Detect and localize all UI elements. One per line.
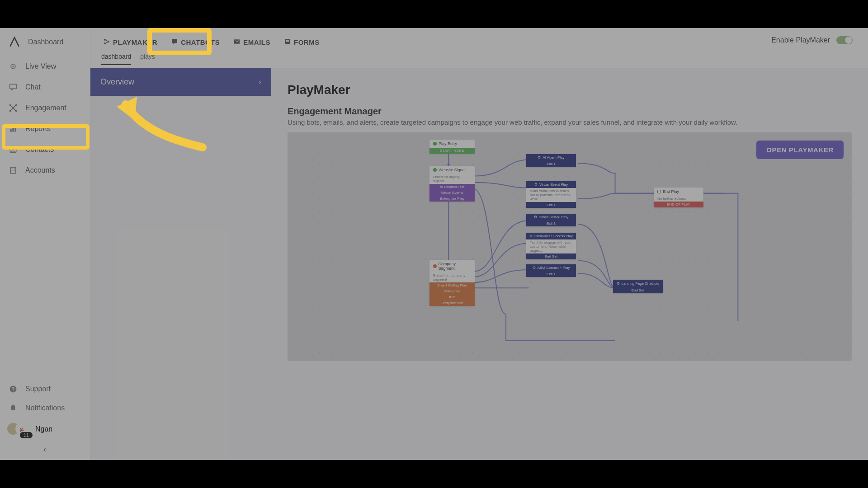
svg-rect-25 (286, 40, 289, 41)
sidebar-user[interactable]: g. 11 Ngan (0, 418, 90, 441)
sidebar-item-dashboard[interactable]: Dashboard (0, 28, 90, 56)
collapse-sidebar-button[interactable]: ‹ (0, 441, 90, 460)
page-subtitle: Engagement Manager (288, 106, 852, 117)
chat-icon (8, 82, 18, 92)
svg-point-1 (12, 66, 14, 67)
svg-rect-13 (12, 169, 13, 169)
svg-rect-26 (286, 41, 289, 42)
svg-rect-15 (12, 170, 13, 171)
tab-forms[interactable]: FORMS (282, 34, 321, 50)
logo-icon (8, 36, 21, 48)
sidebar-item-label: Engagement (25, 104, 66, 112)
node-abm-contact[interactable]: ⚙ABM Contact + Play Exit 1 (526, 264, 576, 277)
enable-playmaker-label: Enable PlayMaker (771, 36, 830, 44)
sidebar-support-label: Support (25, 385, 51, 393)
highlight-chatbots (147, 28, 212, 55)
eye-icon (8, 61, 18, 71)
node-ai-agent[interactable]: ⚙AI Agent Play Exit 1 (526, 154, 576, 167)
chevron-right-icon: › (259, 77, 261, 87)
sidebar-item-label: Dashboard (28, 38, 63, 46)
svg-rect-14 (14, 169, 15, 169)
sidebar: Dashboard Live View Chat Engagement Repo… (0, 28, 90, 460)
svg-rect-16 (14, 170, 15, 171)
svg-point-5 (15, 104, 17, 106)
svg-rect-23 (234, 39, 240, 43)
sidebar-notifications-label: Notifications (25, 404, 65, 412)
svg-rect-2 (10, 84, 17, 89)
form-icon (284, 38, 291, 47)
tab-emails[interactable]: EMAILS (231, 34, 272, 50)
chevron-left-icon: ‹ (44, 446, 46, 453)
annotation-arrow-icon (112, 89, 207, 156)
notification-badge: 11 (19, 431, 33, 439)
enable-playmaker-toggle[interactable] (836, 36, 853, 44)
tab-label: FORMS (294, 38, 320, 46)
page-content: PlayMaker Engagement Manager Using bots,… (271, 68, 868, 460)
node-customer-success[interactable]: ⚙Customer Success Play Tactfully engage … (526, 233, 576, 259)
sidebar-item-notifications[interactable]: Notifications (0, 399, 90, 418)
sidebar-item-engagement[interactable]: Engagement (0, 98, 90, 118)
subtab-dashboard[interactable]: dashboard (101, 53, 131, 65)
engagement-icon (8, 103, 18, 113)
node-company-segment[interactable]: Company Segment Branch on company segmen… (429, 260, 475, 306)
user-name: Ngan (35, 425, 52, 433)
node-play-entry[interactable]: Play Entry START HERE (429, 140, 475, 154)
building-icon (8, 165, 18, 175)
bell-icon (8, 403, 18, 413)
svg-point-6 (9, 110, 11, 112)
page-title: PlayMaker (288, 83, 852, 97)
node-virtual-event[interactable]: ⚙Virtual Event Play Build email lists to… (526, 181, 576, 208)
tab-label: EMAILS (243, 38, 270, 46)
node-website-signal[interactable]: Website Signal Listen for buying signals… (429, 166, 475, 202)
sidebar-item-chat[interactable]: Chat (0, 77, 90, 98)
node-smart-selling[interactable]: ⚙Smart Selling Play Exit 1 (526, 214, 576, 226)
svg-point-4 (15, 110, 17, 112)
mail-icon (233, 38, 241, 47)
node-landing-page[interactable]: ⚙Landing Page Chatbots End Set (613, 280, 663, 293)
sidebar-item-live-view[interactable]: Live View (0, 56, 90, 77)
sidebar-item-accounts[interactable]: Accounts (0, 160, 90, 181)
open-playmaker-button[interactable]: OPEN PLAYMAKER (756, 141, 844, 159)
sidebar-item-support[interactable]: ? Support (0, 380, 90, 399)
main-area: PLAYMAKER CHATBOTS EMAILS FORMS (90, 28, 868, 460)
page-description: Using bots, emails, and alerts, create t… (288, 118, 852, 126)
sidebar-item-label: Chat (25, 83, 41, 91)
highlight-engagement (2, 124, 90, 150)
flow-icon (103, 38, 110, 47)
node-end-play[interactable]: End Play No further actions END OF PLAY (654, 188, 703, 207)
sidebar-item-label: Accounts (25, 166, 55, 174)
svg-text:?: ? (12, 386, 15, 392)
sidebar-item-label: Live View (25, 62, 56, 70)
svg-rect-12 (10, 167, 16, 173)
overview-label: Overview (100, 77, 134, 87)
flow-canvas: OPEN PLAYMAKER (288, 132, 852, 361)
svg-point-3 (9, 104, 11, 106)
flow-icon: ⚙ (538, 155, 541, 160)
help-icon: ? (8, 384, 18, 394)
